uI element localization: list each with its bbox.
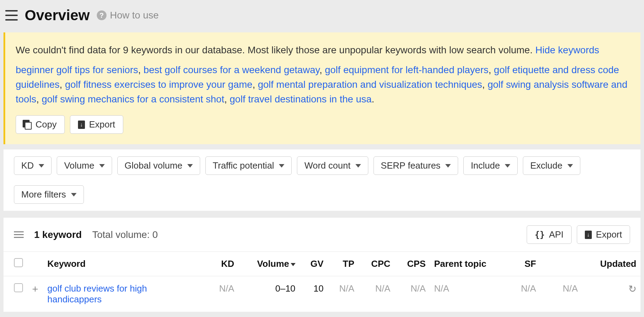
missing-keyword-link[interactable]: golf travel destinations in the usa <box>230 94 372 105</box>
filter-more[interactable]: More filters <box>14 185 84 204</box>
alert-message: We couldn't find data for 9 keywords in … <box>16 43 630 57</box>
results-header: 1 keyword Total volume: 0 {} API Export <box>3 218 641 252</box>
col-gv[interactable]: GV <box>300 252 328 276</box>
col-cps[interactable]: CPS <box>394 252 430 276</box>
copy-button[interactable]: Copy <box>16 115 65 134</box>
filter-volume[interactable]: Volume <box>57 156 112 175</box>
filter-exclude[interactable]: Exclude <box>523 156 580 175</box>
export-results-button[interactable]: Export <box>577 225 630 244</box>
col-parent-topic[interactable]: Parent topic <box>430 252 510 276</box>
missing-keyword-link[interactable]: golf equipment for left-handed players <box>325 64 488 75</box>
chevron-down-icon <box>567 164 573 168</box>
total-volume: Total volume: 0 <box>92 229 158 240</box>
api-button[interactable]: {} API <box>527 225 572 244</box>
missing-keyword-link[interactable]: best golf courses for a weekend getaway <box>143 64 319 75</box>
copy-icon <box>24 121 31 129</box>
expand-icon[interactable]: + <box>32 283 38 295</box>
col-kd[interactable]: KD <box>207 252 238 276</box>
chevron-down-icon <box>445 164 451 168</box>
missing-keyword-link[interactable]: golf swing mechanics for a consistent sh… <box>42 94 224 105</box>
cell-cpc: N/A <box>359 276 395 312</box>
cell-parent-topic: N/A <box>430 276 510 312</box>
col-sf[interactable]: SF <box>510 252 540 276</box>
chevron-down-icon <box>99 164 105 168</box>
chevron-down-icon <box>279 164 284 168</box>
keyword-link[interactable]: golf club reviews for high handicappers <box>47 283 147 304</box>
missing-keyword-link[interactable]: golf fitness exercises to improve your g… <box>65 79 252 90</box>
export-icon <box>78 121 85 129</box>
row-checkbox[interactable] <box>14 283 23 292</box>
filter-word-count[interactable]: Word count <box>297 156 368 175</box>
sort-desc-icon <box>291 263 296 266</box>
cell-tp: N/A <box>328 276 358 312</box>
col-volume[interactable]: Volume <box>238 252 300 276</box>
missing-keyword-link[interactable]: golf mental preparation and visualizatio… <box>258 79 482 90</box>
filter-include[interactable]: Include <box>463 156 518 175</box>
missing-keywords-alert: We couldn't find data for 9 keywords in … <box>3 32 641 144</box>
page-header: Overview ? How to use <box>0 0 644 32</box>
filter-traffic-potential[interactable]: Traffic potential <box>205 156 292 175</box>
api-icon: {} <box>535 230 545 240</box>
page-title: Overview <box>25 7 90 24</box>
chevron-down-icon <box>355 164 361 168</box>
menu-icon[interactable] <box>5 10 18 21</box>
col-keyword[interactable]: Keyword <box>43 252 207 276</box>
cell-sf: N/A <box>510 276 540 312</box>
chevron-down-icon <box>71 193 77 196</box>
hide-keywords-link[interactable]: Hide keywords <box>535 45 599 55</box>
missing-keyword-link[interactable]: beginner golf tips for seniors <box>16 64 138 75</box>
filter-serp-features[interactable]: SERP features <box>374 156 458 175</box>
chevron-down-icon <box>39 164 44 168</box>
alert-actions: Copy Export <box>16 115 630 134</box>
filter-kd[interactable]: KD <box>14 156 52 175</box>
chevron-down-icon <box>505 164 510 168</box>
chevron-down-icon <box>187 164 193 168</box>
cell-gv: 10 <box>300 276 328 312</box>
cell-kd: N/A <box>207 276 238 312</box>
col-cpc[interactable]: CPC <box>359 252 395 276</box>
cell-volume: 0–10 <box>238 276 300 312</box>
how-to-use-link[interactable]: ? How to use <box>97 10 159 21</box>
how-to-use-label: How to use <box>110 10 159 21</box>
filters-panel: KD Volume Global volume Traffic potentia… <box>3 149 641 211</box>
table-row: + golf club reviews for high handicapper… <box>3 276 641 312</box>
export-button[interactable]: Export <box>70 115 123 134</box>
missing-keyword-list: beginner golf tips for seniors, best gol… <box>16 63 630 107</box>
help-icon: ? <box>97 10 107 20</box>
col-updated[interactable]: Updated <box>582 252 641 276</box>
col-tp[interactable]: TP <box>328 252 358 276</box>
select-all-checkbox[interactable] <box>14 258 23 267</box>
keywords-table: Keyword KD Volume GV TP CPC CPS Parent t… <box>3 252 641 312</box>
keyword-count: 1 keyword <box>34 229 82 240</box>
list-view-icon[interactable] <box>14 231 24 238</box>
results-panel: 1 keyword Total volume: 0 {} API Export … <box>3 218 641 312</box>
filter-global-volume[interactable]: Global volume <box>117 156 200 175</box>
refresh-icon[interactable]: ↻ <box>628 284 636 294</box>
cell-updated: N/A <box>540 276 582 312</box>
export-icon <box>585 231 592 239</box>
cell-cps: N/A <box>394 276 430 312</box>
